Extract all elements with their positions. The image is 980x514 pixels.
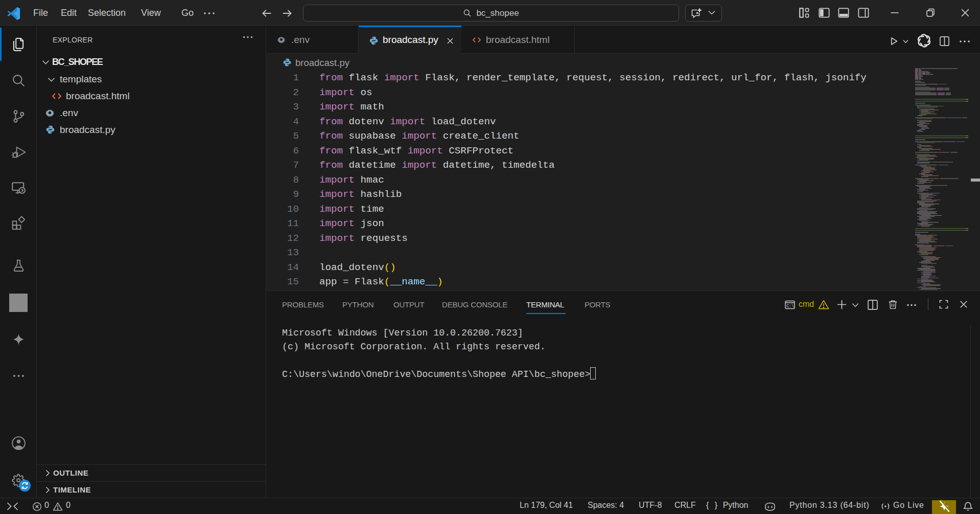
svg-text:C:\: C:\ [786, 304, 794, 308]
